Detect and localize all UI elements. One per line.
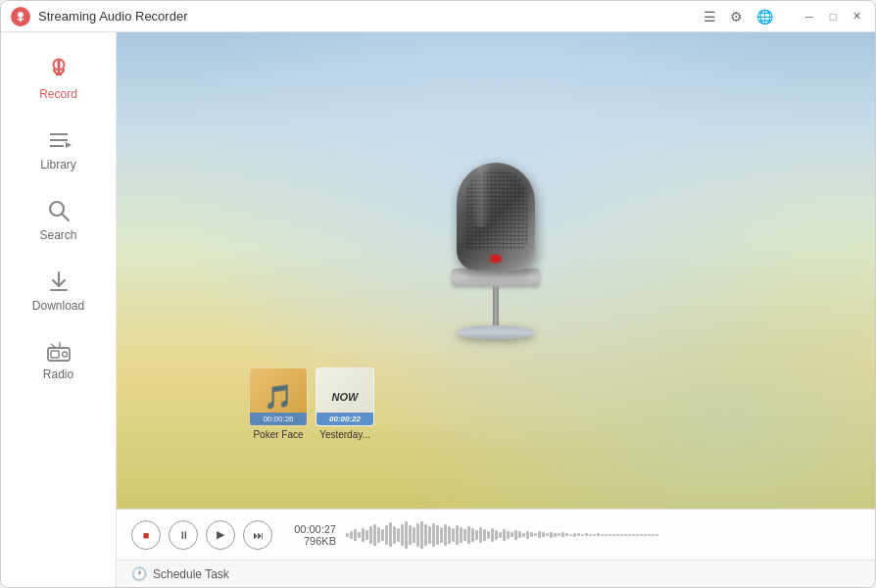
thumb-label-1: Poker Face	[253, 429, 303, 440]
waveform-bar	[608, 534, 611, 536]
title-bar: Streaming Audio Recorder ☰ ⚙ 🌐 ─ □ ✕	[1, 1, 875, 32]
maximize-button[interactable]: □	[824, 8, 842, 25]
sidebar-item-download[interactable]: Download	[1, 256, 116, 326]
skip-button[interactable]: ⏭	[243, 520, 272, 550]
waveform-bar	[526, 531, 529, 539]
waveform-bar	[644, 534, 647, 536]
waveform-bar	[463, 529, 466, 541]
title-bar-left: Streaming Audio Recorder	[11, 7, 187, 26]
waveform-bar	[546, 533, 549, 536]
waveform-bar	[640, 534, 643, 536]
microphone-visual	[452, 163, 540, 339]
waveform-bar	[612, 534, 615, 536]
waveform-bar	[538, 531, 541, 538]
main-content: Record Library	[1, 32, 875, 587]
waveform-bar	[432, 523, 435, 547]
player-controls: ■ ⏸ ▶ ⏭	[131, 520, 272, 550]
menu-icon[interactable]: ☰	[700, 7, 720, 26]
waveform-bar	[601, 534, 604, 536]
sidebar-label-download: Download	[32, 299, 84, 313]
waveform-bar	[440, 527, 443, 543]
waveform-bar	[479, 527, 482, 543]
waveform-bar	[385, 525, 388, 545]
svg-point-16	[62, 352, 67, 357]
pause-button[interactable]: ⏸	[169, 520, 198, 550]
waveform-bar	[616, 534, 619, 536]
svg-rect-15	[51, 351, 59, 358]
player-info: 00:00:27 796KB	[282, 523, 336, 547]
waveform-bar	[593, 534, 596, 536]
waveform-bar	[467, 526, 470, 544]
waveform-bar	[503, 529, 506, 541]
waveform-bar	[550, 532, 553, 538]
waveform-bar	[405, 521, 408, 549]
mic-body	[457, 163, 535, 270]
player-bar: ■ ⏸ ▶ ⏭ 00:00:27 796KB	[117, 509, 875, 560]
waveform-bar	[420, 521, 423, 549]
sidebar-item-record[interactable]: Record	[1, 42, 116, 115]
waveform-bar	[358, 532, 361, 538]
waveform-bar	[597, 533, 600, 536]
thumb-time-1: 00:00:26	[250, 413, 307, 425]
schedule-label: Schedule Task	[153, 567, 229, 581]
waveform-bar	[471, 528, 474, 542]
stop-button[interactable]: ■	[131, 520, 161, 550]
waveform-bar	[511, 532, 513, 537]
waveform-bar	[424, 524, 427, 546]
play-button[interactable]: ▶	[206, 520, 235, 550]
waveform-bar	[530, 532, 533, 537]
waveform-bar	[491, 528, 494, 542]
waveform-bar	[652, 534, 655, 536]
thumbnail-poker-face[interactable]: 🎵 00:00:26 Poker Face	[249, 368, 308, 440]
thumbnail-yesterday[interactable]: NOW 00:00:22 Yesterday...	[316, 368, 374, 440]
waveform-bar	[495, 530, 498, 540]
waveform-bar	[401, 524, 404, 546]
waveform-bar	[362, 528, 365, 542]
waveform-bar	[428, 526, 431, 544]
waveform-bar	[573, 533, 576, 537]
sidebar-label-library: Library	[40, 158, 76, 172]
waveform-bar	[487, 531, 490, 539]
app-icon	[11, 7, 30, 26]
waveform-bar	[648, 534, 651, 536]
waveform-bar	[514, 530, 517, 540]
waveform-bar	[436, 525, 439, 545]
thumb-label-2: Yesterday...	[319, 429, 370, 440]
waveform-bar	[444, 524, 447, 546]
waveform-bar	[452, 528, 455, 542]
globe-icon[interactable]: 🌐	[753, 7, 777, 26]
waveform-bar	[636, 534, 639, 536]
mic-indicator	[490, 255, 502, 263]
waveform-bar	[585, 533, 588, 536]
waveform-bar	[475, 530, 478, 540]
waveform-bar	[554, 533, 557, 537]
mic-stem	[493, 286, 499, 325]
waveform-bar	[569, 534, 572, 536]
mic-band	[452, 269, 540, 286]
sidebar-label-search: Search	[39, 228, 76, 242]
minimize-button[interactable]: ─	[801, 8, 818, 25]
sidebar-label-record: Record	[39, 87, 77, 101]
waveform-bar	[448, 526, 451, 544]
waveform-bar	[365, 530, 368, 540]
close-button[interactable]: ✕	[848, 8, 865, 25]
app-window: Streaming Audio Recorder ☰ ⚙ 🌐 ─ □ ✕	[0, 0, 876, 588]
waveform-bar	[565, 533, 568, 536]
sidebar: Record Library	[1, 32, 117, 587]
waveform-bar	[518, 531, 521, 538]
waveform-bar	[354, 529, 357, 541]
sidebar-item-search[interactable]: Search	[1, 185, 116, 256]
title-bar-controls: ☰ ⚙ 🌐 ─ □ ✕	[700, 7, 865, 26]
svg-marker-9	[66, 142, 72, 148]
waveform-bar	[632, 534, 635, 536]
thumb-time-2: 00:00:22	[316, 413, 373, 425]
schedule-bar[interactable]: 🕐 Schedule Task	[117, 560, 875, 587]
sidebar-item-library[interactable]: Library	[1, 115, 116, 185]
player-time: 00:00:27	[294, 523, 336, 535]
settings-icon[interactable]: ⚙	[726, 7, 747, 26]
sidebar-item-radio[interactable]: Radio	[1, 326, 116, 395]
svg-line-11	[62, 215, 69, 221]
waveform-bar	[628, 534, 631, 536]
waveform-bar	[507, 531, 510, 539]
download-icon	[47, 270, 71, 293]
